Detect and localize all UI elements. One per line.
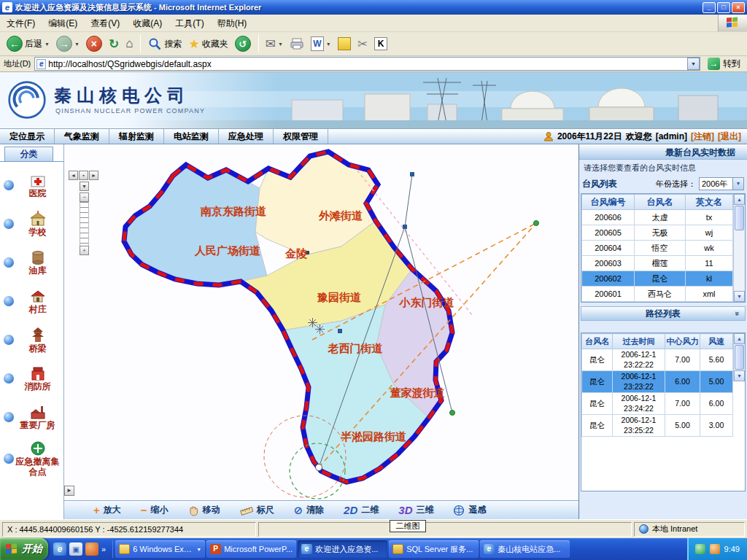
map-area[interactable]: 南京东路街道 外滩街道 人民广场街道 金陵 豫园街道 小东门街道 老西门街道 董… (64, 144, 578, 500)
close-button[interactable]: × (732, 2, 745, 13)
quicklaunch-overflow-chevron[interactable]: » (101, 545, 106, 553)
taskbar-window-explorer-group[interactable]: 6 Windows Expl... ▼ (115, 540, 205, 558)
stop-button[interactable]: × (83, 34, 105, 53)
taskbar-window-qinshan[interactable]: e 秦山核电站应急... (480, 540, 570, 558)
address-input[interactable]: e http://localhost/QSgridwebgis/default.… (34, 57, 700, 71)
typhoon-table-scrollbar[interactable]: ▲ ▼ (733, 194, 745, 302)
edit-button[interactable]: W ▼ (308, 35, 334, 52)
go-button[interactable]: → 转到 (705, 58, 743, 70)
menu-file[interactable]: 文件(F) (0, 15, 42, 31)
home-button[interactable]: ⌂ (123, 35, 136, 52)
category-tab[interactable]: 分类 (4, 147, 53, 161)
menu-help[interactable]: 帮助(H) (211, 15, 254, 31)
favorites-button[interactable]: ★ 收藏夹 (185, 35, 231, 53)
edit-dropdown-icon[interactable]: ▼ (326, 42, 331, 47)
sidebar-item-fire-station[interactable]: 消防所 (0, 363, 63, 394)
nav-item-locate[interactable]: 定位显示 (0, 129, 55, 144)
print-button[interactable] (287, 36, 307, 52)
menu-tools[interactable]: 工具(T) (169, 15, 210, 31)
typhoon-row[interactable]: 200606太虚tx (582, 210, 733, 225)
scroll-thumb[interactable] (735, 206, 744, 230)
path-row[interactable]: 昆仑2006-12-1 23:25:225.003.00 (582, 415, 733, 437)
path-row[interactable]: 昆仑2006-12-1 23:22:227.005.60 (582, 349, 733, 371)
year-select[interactable]: 2006年 ▼ (699, 177, 744, 190)
scroll-up-icon[interactable]: ▲ (734, 333, 745, 344)
pan-left-button[interactable]: ◄ (69, 171, 78, 180)
sidebar-item-bridge[interactable]: 桥梁 (0, 324, 63, 355)
nav-item-emergency[interactable]: 应急处理 (219, 129, 274, 144)
taskbar-window-sql-server[interactable]: SQL Server 服务... (389, 540, 479, 558)
zoom-out-tool[interactable]: − 缩小 (141, 504, 169, 516)
district-map[interactable]: 南京东路街道 外滩街道 人民广场街道 金陵 豫园街道 小东门街道 老西门街道 董… (64, 144, 578, 500)
sidebar-item-key-buildings[interactable]: 重要厂房 (0, 402, 63, 432)
mail-button[interactable]: ✉ ▼ (263, 35, 286, 53)
layer-toggle-icon[interactable] (4, 180, 14, 190)
taskbar-window-powerpoint[interactable]: P Microsoft PowerP... (206, 540, 296, 558)
remote-sensing-tool[interactable]: 遥感 (453, 504, 486, 516)
path-table-scrollbar[interactable]: ▲ ▼ (733, 333, 745, 381)
pan-down-button[interactable]: ▼ (80, 182, 89, 191)
ruler-tool[interactable]: 标尺 (240, 504, 274, 516)
zoom-in-tool[interactable]: + 放大 (93, 504, 121, 516)
k-tool-button[interactable]: K (371, 36, 390, 52)
taskbar-window-emergency-system[interactable]: e 欢迎进入应急资... (298, 540, 387, 558)
notes-button[interactable] (335, 36, 354, 52)
sidebar-item-village[interactable]: 村庄 (0, 286, 63, 316)
layer-toggle-icon[interactable] (4, 373, 14, 384)
view-2d-tool[interactable]: 2D 二维 (344, 504, 379, 516)
address-dropdown-icon[interactable]: ▼ (687, 58, 700, 70)
scroll-thumb[interactable] (735, 345, 744, 370)
menu-edit[interactable]: 编辑(E) (42, 15, 84, 31)
nav-item-permission[interactable]: 权限管理 (274, 129, 328, 144)
scroll-up-icon[interactable]: ▲ (734, 194, 745, 205)
path-list-header[interactable]: 路径列表 » (581, 306, 746, 321)
exit-link[interactable]: [退出] (718, 131, 741, 143)
scroll-down-icon[interactable]: ▼ (734, 291, 745, 302)
history-button[interactable]: ↺ (232, 34, 254, 53)
layer-toggle-icon[interactable] (4, 335, 14, 345)
pan-tool[interactable]: 移动 (188, 504, 220, 516)
quicklaunch-ie-icon[interactable]: e (53, 542, 66, 556)
back-button[interactable]: ← 后退 ▼ (4, 34, 53, 53)
refresh-button[interactable]: ↻ (106, 35, 122, 53)
layer-toggle-icon[interactable] (4, 296, 14, 306)
tray-icon[interactable] (695, 544, 705, 554)
typhoon-row-selected[interactable]: 200602昆仑kl (582, 271, 733, 287)
nav-item-station[interactable]: 电站监测 (164, 129, 219, 144)
collapse-chevron-icon[interactable]: » (733, 311, 742, 316)
cut-tool-button[interactable]: ✂ (355, 35, 371, 53)
scroll-down-icon[interactable]: ▼ (734, 370, 745, 381)
path-row-selected[interactable]: 昆仑2006-12-1 23:23:226.005.00 (582, 371, 733, 393)
sidebar-item-hospital[interactable]: 医院 (0, 170, 63, 201)
sidebar-item-oil-depot[interactable]: 油库 (0, 247, 63, 278)
sidebar-item-school[interactable]: 学校 (0, 209, 63, 239)
mail-dropdown-icon[interactable]: ▼ (278, 42, 283, 47)
typhoon-row[interactable]: 200604悟空wk (582, 241, 733, 256)
path-row[interactable]: 昆仑2006-12-1 23:24:227.006.00 (582, 393, 733, 415)
forward-dropdown-icon[interactable]: ▼ (74, 42, 80, 47)
typhoon-row[interactable]: 200601西马仑xml (582, 287, 733, 302)
layer-toggle-icon[interactable] (4, 257, 14, 268)
zoom-out-button[interactable]: − (80, 192, 89, 202)
view-3d-tool[interactable]: 3D 三维 (398, 504, 433, 516)
menu-favorites[interactable]: 收藏(A) (126, 15, 169, 31)
layer-toggle-icon[interactable] (4, 219, 14, 229)
zoom-slider[interactable] (80, 202, 89, 246)
select-dropdown-icon[interactable]: ▼ (732, 178, 743, 190)
nav-item-weather[interactable]: 气象监测 (55, 129, 109, 144)
zoom-in-button[interactable]: + (80, 246, 89, 255)
typhoon-row[interactable]: 200605无极wj (582, 225, 733, 241)
tray-icon[interactable] (710, 544, 720, 554)
pan-right-button[interactable]: ► (89, 171, 98, 180)
forward-button[interactable]: → ▼ (53, 34, 82, 53)
maximize-button[interactable]: □ (717, 2, 730, 13)
layer-toggle-icon[interactable] (4, 412, 14, 422)
quicklaunch-media-icon[interactable] (85, 542, 98, 556)
logout-link[interactable]: [注销] (691, 131, 714, 143)
nav-item-radiation[interactable]: 辐射监测 (109, 129, 164, 144)
clear-tool[interactable]: ⊘ 清除 (294, 504, 325, 517)
sidebar-expand-button[interactable]: ► (64, 486, 74, 496)
pan-center-button[interactable]: ▪ (79, 171, 88, 180)
quicklaunch-desktop-icon[interactable]: ▣ (69, 542, 82, 556)
back-dropdown-icon[interactable]: ▼ (44, 42, 50, 47)
